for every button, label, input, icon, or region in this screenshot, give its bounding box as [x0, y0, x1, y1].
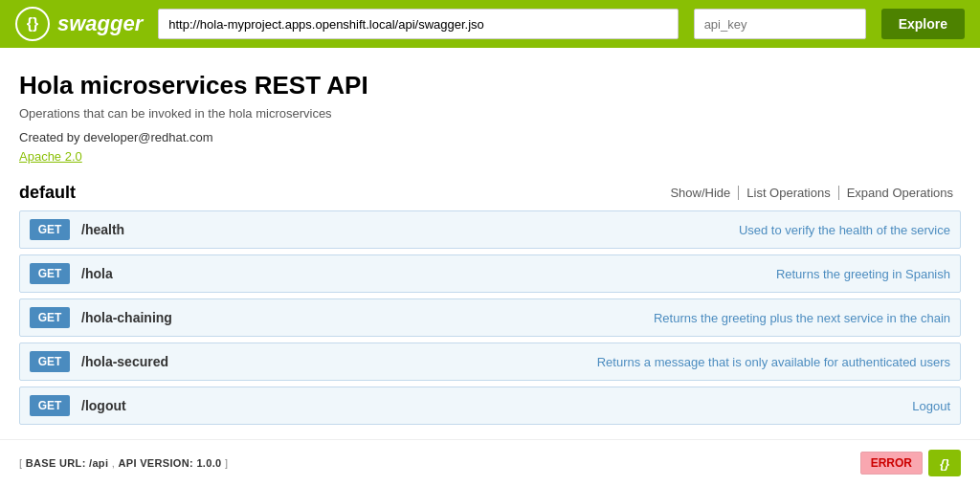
logo-text: swagger: [57, 11, 143, 36]
api-description-text: Returns the greeting plus the next servi…: [654, 311, 950, 325]
license-link[interactable]: Apache 2.0: [19, 149, 82, 164]
logo-icon: {}: [15, 7, 50, 41]
api-description-text: Logout: [912, 399, 950, 413]
api-row[interactable]: GET/hola-securedReturns a message that i…: [19, 342, 961, 381]
api-path: /logout: [81, 398, 126, 413]
api-row[interactable]: GET/logoutLogout: [19, 387, 961, 425]
expand-operations-link[interactable]: Expand Operations: [839, 186, 961, 200]
method-badge: GET: [30, 263, 70, 284]
footer: [ BASE URL: /api , API VERSION: 1.0.0 ] …: [0, 439, 980, 446]
api-description-text: Returns the greeting in Spanish: [776, 267, 950, 281]
explore-button[interactable]: Explore: [881, 9, 965, 39]
logo: {} swagger: [15, 7, 143, 41]
api-key-input[interactable]: [694, 9, 866, 39]
created-by: Created by developer@redhat.com: [19, 130, 961, 144]
method-badge: GET: [30, 307, 70, 328]
api-description-text: Returns a message that is only available…: [597, 355, 950, 369]
api-row[interactable]: GET/holaReturns the greeting in Spanish: [19, 254, 961, 293]
section-header: default Show/Hide List Operations Expand…: [19, 183, 961, 203]
show-hide-link[interactable]: Show/Hide: [662, 186, 739, 200]
api-title: Hola microservices REST API: [19, 71, 961, 100]
api-row[interactable]: GET/hola-chainingReturns the greeting pl…: [19, 298, 961, 337]
api-path: /hola-secured: [81, 354, 168, 369]
section-title: default: [19, 183, 76, 203]
main-content: Hola microservices REST API Operations t…: [0, 48, 980, 446]
method-badge: GET: [30, 395, 70, 416]
logo-icon-symbol: {}: [27, 15, 38, 33]
list-operations-link[interactable]: List Operations: [739, 186, 838, 200]
api-row[interactable]: GET/healthUsed to verify the health of t…: [19, 210, 961, 249]
api-path: /hola-chaining: [81, 310, 172, 325]
operations-list: GET/healthUsed to verify the health of t…: [19, 210, 961, 425]
api-description: Operations that can be invoked in the ho…: [19, 106, 961, 121]
api-description-text: Used to verify the health of the service: [739, 223, 950, 237]
api-path: /health: [81, 222, 124, 237]
method-badge: GET: [30, 219, 70, 240]
header: {} swagger Explore: [0, 0, 980, 48]
api-path: /hola: [81, 266, 113, 281]
method-badge: GET: [30, 351, 70, 372]
section-actions: Show/Hide List Operations Expand Operati…: [662, 186, 961, 200]
url-input[interactable]: [158, 9, 678, 39]
